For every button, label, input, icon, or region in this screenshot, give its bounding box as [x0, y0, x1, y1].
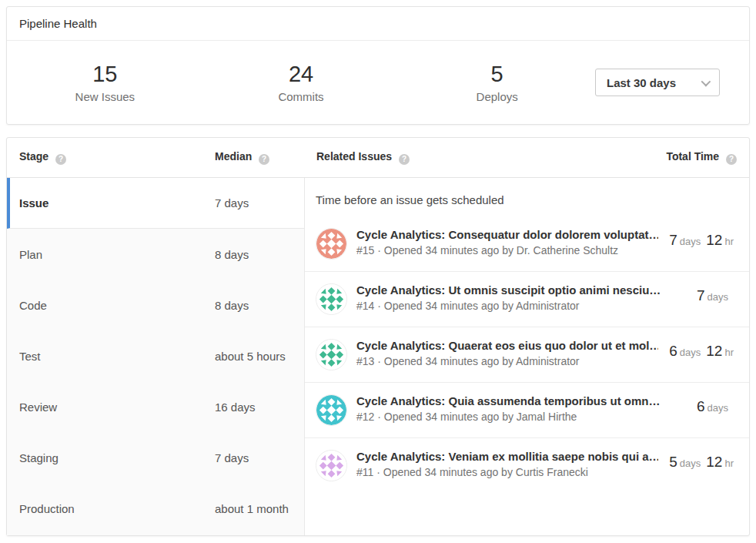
issue-avatar[interactable] — [316, 283, 347, 315]
stage-median: about 5 hours — [215, 350, 286, 363]
pipeline-health-card: Pipeline Health 15 New Issues 24 Commits… — [6, 6, 750, 125]
stat-new-issues: 15 New Issues — [7, 62, 203, 102]
issue-meta: #14 · Opened 34 minutes ago by Administr… — [356, 300, 686, 312]
issue-total-time: 7days12hr — [669, 228, 734, 249]
stage-row-test[interactable]: Test about 5 hours — [7, 330, 304, 381]
issue-meta: #15 · Opened 34 minutes ago by Dr. Cathe… — [356, 244, 658, 256]
table-body: Issue 7 days Plan 8 days Code 8 days Tes… — [7, 178, 749, 535]
help-icon[interactable]: ? — [259, 154, 269, 165]
date-range-dropdown-label: Last 30 days — [607, 76, 676, 89]
stage-median: 7 days — [215, 451, 249, 464]
help-icon[interactable]: ? — [55, 154, 66, 165]
stage-row-staging[interactable]: Staging 7 days — [7, 432, 304, 483]
stage-median: 7 days — [215, 196, 249, 209]
issue-list-item: Cycle Analytics: Quia assumenda temporib… — [305, 382, 749, 437]
stage-median: 8 days — [215, 248, 249, 261]
stage-name: Production — [19, 502, 75, 515]
column-header-related-issues: Related Issues ? — [316, 150, 410, 165]
table-header-row: Stage ? Median ? Related Issues ? Total … — [7, 138, 749, 178]
stage-median: 16 days — [215, 401, 256, 414]
issue-avatar[interactable] — [316, 394, 347, 426]
issue-title[interactable]: Cycle Analytics: Veniam ex mollitia saep… — [356, 450, 658, 463]
issue-avatar[interactable] — [316, 228, 347, 260]
stage-row-issue[interactable]: Issue 7 days — [7, 178, 304, 229]
stage-row-code[interactable]: Code 8 days — [7, 280, 304, 330]
stage-events-panel: Time before an issue gets scheduled — [305, 178, 749, 535]
stage-row-review[interactable]: Review 16 days — [7, 381, 304, 432]
issue-title[interactable]: Cycle Analytics: Quaerat eos eius quo do… — [356, 339, 658, 352]
issue-list-item: Cycle Analytics: Ut omnis suscipit optio… — [305, 271, 749, 327]
stat-new-issues-value: 15 — [7, 62, 203, 87]
stage-name: Review — [19, 401, 57, 414]
issue-list-item: Cycle Analytics: Quaerat eos eius quo do… — [305, 327, 749, 382]
stage-name: Staging — [19, 451, 59, 464]
column-header-median: Median ? — [215, 150, 269, 165]
issue-total-time: 7days — [697, 283, 734, 304]
summary-stats: 15 New Issues 24 Commits 5 Deploys — [7, 62, 595, 102]
stage-median: about 1 month — [215, 502, 289, 515]
chevron-down-icon — [701, 76, 711, 86]
issue-title[interactable]: Cycle Analytics: Quia assumenda temporib… — [356, 394, 686, 407]
issue-total-time: 5days12hr — [669, 450, 734, 471]
stage-row-production[interactable]: Production about 1 month — [7, 483, 304, 534]
issue-title[interactable]: Cycle Analytics: Consequatur dolor dolor… — [356, 228, 658, 241]
stat-commits: 24 Commits — [203, 62, 400, 102]
stat-commits-label: Commits — [203, 90, 400, 103]
issue-total-time: 6days — [697, 394, 734, 415]
stage-name: Code — [19, 299, 47, 312]
stage-name: Test — [19, 350, 41, 363]
cycle-analytics-page: Pipeline Health 15 New Issues 24 Commits… — [0, 0, 756, 542]
issue-meta: #12 · Opened 34 minutes ago by Jamal Hir… — [356, 411, 686, 423]
stat-deploys: 5 Deploys — [399, 62, 595, 102]
help-icon[interactable]: ? — [726, 154, 737, 165]
issue-total-time: 6days12hr — [669, 339, 734, 360]
stat-commits-value: 24 — [203, 62, 400, 87]
summary-stats-row: 15 New Issues 24 Commits 5 Deploys Last … — [7, 41, 749, 124]
issue-meta: #13 · Opened 34 minutes ago by Administr… — [356, 355, 658, 367]
stat-deploys-label: Deploys — [399, 90, 595, 103]
issue-avatar[interactable] — [316, 450, 347, 481]
stage-row-plan[interactable]: Plan 8 days — [7, 229, 304, 280]
issue-list-item: Cycle Analytics: Consequatur dolor dolor… — [305, 216, 749, 271]
issue-meta: #11 · Opened 34 minutes ago by Curtis Fr… — [356, 466, 658, 478]
stage-name: Issue — [19, 196, 49, 209]
stages-panel: Issue 7 days Plan 8 days Code 8 days Tes… — [7, 178, 305, 535]
stage-description: Time before an issue gets scheduled — [305, 178, 749, 216]
help-icon[interactable]: ? — [399, 154, 410, 165]
stat-new-issues-label: New Issues — [7, 90, 203, 103]
stage-name: Plan — [19, 248, 42, 261]
issue-avatar[interactable] — [316, 339, 347, 370]
issue-title[interactable]: Cycle Analytics: Ut omnis suscipit optio… — [356, 283, 686, 297]
stage-median: 8 days — [215, 299, 249, 312]
issue-list-item: Cycle Analytics: Veniam ex mollitia saep… — [305, 437, 749, 493]
pipeline-health-title: Pipeline Health — [7, 7, 749, 41]
cycle-analytics-table: Stage ? Median ? Related Issues ? Total … — [6, 137, 750, 536]
date-range-dropdown[interactable]: Last 30 days — [595, 69, 720, 96]
stat-deploys-value: 5 — [399, 62, 595, 87]
column-header-stage: Stage ? — [19, 150, 66, 165]
column-header-total-time: Total Time ? — [666, 150, 737, 165]
